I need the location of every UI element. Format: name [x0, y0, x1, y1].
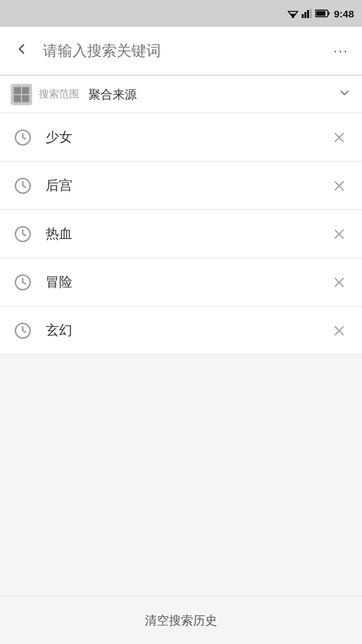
svg-rect-11 — [14, 87, 21, 94]
history-item[interactable]: 热血 — [0, 210, 362, 258]
clear-history-button[interactable]: 清空搜索历史 — [145, 612, 217, 629]
delete-history-button[interactable] — [327, 174, 351, 198]
svg-rect-14 — [22, 95, 29, 102]
delete-history-button[interactable] — [327, 270, 351, 294]
history-text: 冒险 — [35, 273, 327, 291]
source-icon — [11, 84, 32, 105]
clock-icon — [11, 270, 35, 294]
svg-rect-6 — [310, 9, 312, 18]
history-text: 后宫 — [35, 176, 327, 195]
clock-icon — [11, 222, 35, 246]
delete-history-button[interactable] — [327, 319, 351, 343]
status-bar: 9:48 — [0, 0, 362, 27]
svg-rect-4 — [304, 12, 306, 18]
delete-history-button[interactable] — [327, 125, 351, 150]
header: ··· — [0, 27, 362, 75]
svg-rect-13 — [14, 95, 21, 102]
source-range-label: 搜索范围 — [39, 88, 79, 101]
dropdown-arrow-icon[interactable] — [338, 86, 351, 103]
svg-rect-3 — [302, 14, 304, 18]
svg-rect-12 — [22, 87, 29, 94]
history-item[interactable]: 后宫 — [0, 162, 362, 210]
status-time: 9:48 — [334, 8, 354, 19]
delete-history-button[interactable] — [327, 222, 351, 246]
search-input[interactable] — [43, 42, 320, 60]
svg-rect-9 — [328, 12, 329, 15]
more-button[interactable]: ··· — [330, 40, 351, 61]
svg-rect-8 — [316, 11, 325, 16]
svg-rect-5 — [307, 10, 309, 18]
clock-icon — [11, 319, 35, 343]
history-text: 热血 — [35, 225, 327, 243]
clock-icon — [11, 125, 35, 150]
history-item[interactable]: 冒险 — [0, 258, 362, 307]
history-item[interactable]: 少女 — [0, 113, 362, 162]
history-text: 少女 — [35, 128, 327, 146]
status-icons — [287, 9, 330, 18]
history-list: 少女 后宫 — [0, 113, 362, 355]
source-selector-row[interactable]: 搜索范围 聚合来源 — [0, 76, 362, 113]
back-button[interactable] — [11, 38, 32, 64]
history-text: 玄幻 — [35, 321, 327, 339]
clear-history-container: 清空搜索历史 — [0, 596, 362, 644]
source-name-label: 聚合来源 — [88, 87, 137, 103]
history-item[interactable]: 玄幻 — [0, 307, 362, 355]
clock-icon — [11, 174, 35, 198]
